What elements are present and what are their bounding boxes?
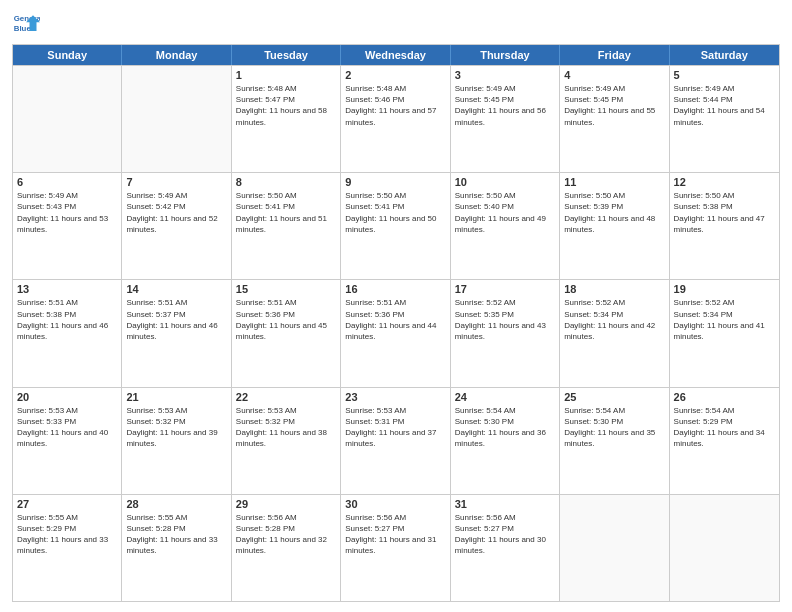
day-info: Sunrise: 5:54 AM Sunset: 5:29 PM Dayligh… (674, 405, 775, 450)
day-info: Sunrise: 5:55 AM Sunset: 5:28 PM Dayligh… (126, 512, 226, 557)
day-number: 28 (126, 498, 226, 510)
svg-text:Blue: Blue (14, 24, 32, 33)
day-info: Sunrise: 5:56 AM Sunset: 5:27 PM Dayligh… (345, 512, 445, 557)
day-cell-25: 25Sunrise: 5:54 AM Sunset: 5:30 PM Dayli… (560, 388, 669, 494)
header-day-sunday: Sunday (13, 45, 122, 65)
day-number: 7 (126, 176, 226, 188)
day-info: Sunrise: 5:51 AM Sunset: 5:37 PM Dayligh… (126, 297, 226, 342)
day-cell-29: 29Sunrise: 5:56 AM Sunset: 5:28 PM Dayli… (232, 495, 341, 601)
header-day-friday: Friday (560, 45, 669, 65)
day-number: 16 (345, 283, 445, 295)
day-info: Sunrise: 5:50 AM Sunset: 5:39 PM Dayligh… (564, 190, 664, 235)
day-cell-14: 14Sunrise: 5:51 AM Sunset: 5:37 PM Dayli… (122, 280, 231, 386)
day-number: 8 (236, 176, 336, 188)
empty-cell (122, 66, 231, 172)
day-number: 27 (17, 498, 117, 510)
day-cell-4: 4Sunrise: 5:49 AM Sunset: 5:45 PM Daylig… (560, 66, 669, 172)
day-number: 24 (455, 391, 555, 403)
day-cell-27: 27Sunrise: 5:55 AM Sunset: 5:29 PM Dayli… (13, 495, 122, 601)
day-number: 10 (455, 176, 555, 188)
day-info: Sunrise: 5:50 AM Sunset: 5:41 PM Dayligh… (345, 190, 445, 235)
day-cell-11: 11Sunrise: 5:50 AM Sunset: 5:39 PM Dayli… (560, 173, 669, 279)
day-cell-15: 15Sunrise: 5:51 AM Sunset: 5:36 PM Dayli… (232, 280, 341, 386)
day-info: Sunrise: 5:53 AM Sunset: 5:32 PM Dayligh… (236, 405, 336, 450)
week-row-3: 13Sunrise: 5:51 AM Sunset: 5:38 PM Dayli… (13, 279, 779, 386)
day-number: 9 (345, 176, 445, 188)
day-cell-13: 13Sunrise: 5:51 AM Sunset: 5:38 PM Dayli… (13, 280, 122, 386)
day-cell-26: 26Sunrise: 5:54 AM Sunset: 5:29 PM Dayli… (670, 388, 779, 494)
day-info: Sunrise: 5:52 AM Sunset: 5:34 PM Dayligh… (564, 297, 664, 342)
day-cell-10: 10Sunrise: 5:50 AM Sunset: 5:40 PM Dayli… (451, 173, 560, 279)
empty-cell (560, 495, 669, 601)
day-number: 19 (674, 283, 775, 295)
day-cell-18: 18Sunrise: 5:52 AM Sunset: 5:34 PM Dayli… (560, 280, 669, 386)
day-info: Sunrise: 5:51 AM Sunset: 5:38 PM Dayligh… (17, 297, 117, 342)
header-day-tuesday: Tuesday (232, 45, 341, 65)
header-day-thursday: Thursday (451, 45, 560, 65)
day-info: Sunrise: 5:49 AM Sunset: 5:42 PM Dayligh… (126, 190, 226, 235)
day-info: Sunrise: 5:50 AM Sunset: 5:38 PM Dayligh… (674, 190, 775, 235)
day-info: Sunrise: 5:53 AM Sunset: 5:31 PM Dayligh… (345, 405, 445, 450)
day-cell-2: 2Sunrise: 5:48 AM Sunset: 5:46 PM Daylig… (341, 66, 450, 172)
day-info: Sunrise: 5:55 AM Sunset: 5:29 PM Dayligh… (17, 512, 117, 557)
day-cell-5: 5Sunrise: 5:49 AM Sunset: 5:44 PM Daylig… (670, 66, 779, 172)
day-info: Sunrise: 5:50 AM Sunset: 5:41 PM Dayligh… (236, 190, 336, 235)
day-cell-23: 23Sunrise: 5:53 AM Sunset: 5:31 PM Dayli… (341, 388, 450, 494)
day-info: Sunrise: 5:49 AM Sunset: 5:45 PM Dayligh… (455, 83, 555, 128)
day-number: 23 (345, 391, 445, 403)
day-info: Sunrise: 5:48 AM Sunset: 5:46 PM Dayligh… (345, 83, 445, 128)
day-cell-31: 31Sunrise: 5:56 AM Sunset: 5:27 PM Dayli… (451, 495, 560, 601)
day-cell-6: 6Sunrise: 5:49 AM Sunset: 5:43 PM Daylig… (13, 173, 122, 279)
day-cell-16: 16Sunrise: 5:51 AM Sunset: 5:36 PM Dayli… (341, 280, 450, 386)
day-info: Sunrise: 5:54 AM Sunset: 5:30 PM Dayligh… (455, 405, 555, 450)
day-number: 17 (455, 283, 555, 295)
day-cell-21: 21Sunrise: 5:53 AM Sunset: 5:32 PM Dayli… (122, 388, 231, 494)
calendar: SundayMondayTuesdayWednesdayThursdayFrid… (12, 44, 780, 602)
day-info: Sunrise: 5:50 AM Sunset: 5:40 PM Dayligh… (455, 190, 555, 235)
day-number: 14 (126, 283, 226, 295)
calendar-header: SundayMondayTuesdayWednesdayThursdayFrid… (13, 45, 779, 65)
day-info: Sunrise: 5:56 AM Sunset: 5:27 PM Dayligh… (455, 512, 555, 557)
day-cell-1: 1Sunrise: 5:48 AM Sunset: 5:47 PM Daylig… (232, 66, 341, 172)
day-cell-24: 24Sunrise: 5:54 AM Sunset: 5:30 PM Dayli… (451, 388, 560, 494)
header-day-saturday: Saturday (670, 45, 779, 65)
day-info: Sunrise: 5:49 AM Sunset: 5:43 PM Dayligh… (17, 190, 117, 235)
empty-cell (13, 66, 122, 172)
header-day-wednesday: Wednesday (341, 45, 450, 65)
day-number: 6 (17, 176, 117, 188)
day-info: Sunrise: 5:53 AM Sunset: 5:32 PM Dayligh… (126, 405, 226, 450)
day-cell-12: 12Sunrise: 5:50 AM Sunset: 5:38 PM Dayli… (670, 173, 779, 279)
day-info: Sunrise: 5:52 AM Sunset: 5:35 PM Dayligh… (455, 297, 555, 342)
day-cell-8: 8Sunrise: 5:50 AM Sunset: 5:41 PM Daylig… (232, 173, 341, 279)
day-number: 25 (564, 391, 664, 403)
day-cell-28: 28Sunrise: 5:55 AM Sunset: 5:28 PM Dayli… (122, 495, 231, 601)
logo: General Blue (12, 10, 40, 38)
day-number: 21 (126, 391, 226, 403)
day-info: Sunrise: 5:49 AM Sunset: 5:45 PM Dayligh… (564, 83, 664, 128)
day-info: Sunrise: 5:56 AM Sunset: 5:28 PM Dayligh… (236, 512, 336, 557)
day-number: 29 (236, 498, 336, 510)
day-number: 3 (455, 69, 555, 81)
week-row-2: 6Sunrise: 5:49 AM Sunset: 5:43 PM Daylig… (13, 172, 779, 279)
day-number: 13 (17, 283, 117, 295)
day-number: 11 (564, 176, 664, 188)
day-number: 18 (564, 283, 664, 295)
week-row-5: 27Sunrise: 5:55 AM Sunset: 5:29 PM Dayli… (13, 494, 779, 601)
day-number: 4 (564, 69, 664, 81)
day-number: 20 (17, 391, 117, 403)
day-number: 5 (674, 69, 775, 81)
day-info: Sunrise: 5:53 AM Sunset: 5:33 PM Dayligh… (17, 405, 117, 450)
day-cell-3: 3Sunrise: 5:49 AM Sunset: 5:45 PM Daylig… (451, 66, 560, 172)
day-number: 30 (345, 498, 445, 510)
week-row-1: 1Sunrise: 5:48 AM Sunset: 5:47 PM Daylig… (13, 65, 779, 172)
day-info: Sunrise: 5:54 AM Sunset: 5:30 PM Dayligh… (564, 405, 664, 450)
header-day-monday: Monday (122, 45, 231, 65)
day-cell-30: 30Sunrise: 5:56 AM Sunset: 5:27 PM Dayli… (341, 495, 450, 601)
logo-icon: General Blue (12, 10, 40, 38)
calendar-body: 1Sunrise: 5:48 AM Sunset: 5:47 PM Daylig… (13, 65, 779, 601)
week-row-4: 20Sunrise: 5:53 AM Sunset: 5:33 PM Dayli… (13, 387, 779, 494)
day-number: 15 (236, 283, 336, 295)
empty-cell (670, 495, 779, 601)
day-cell-7: 7Sunrise: 5:49 AM Sunset: 5:42 PM Daylig… (122, 173, 231, 279)
day-number: 2 (345, 69, 445, 81)
